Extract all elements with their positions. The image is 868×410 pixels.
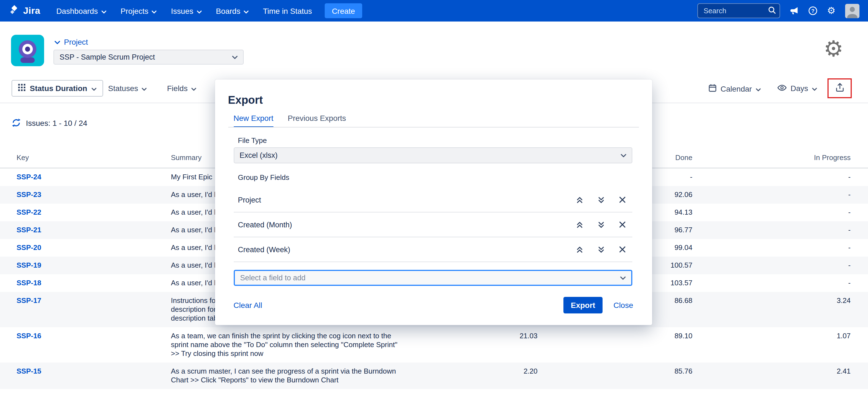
group-field-label: Created (Month) [238,221,292,229]
help-icon[interactable]: ? [808,6,818,16]
move-down-double-chevron-icon[interactable] [597,246,604,253]
issue-key-link[interactable]: SSP-24 [17,173,41,181]
in-progress-value: - [692,261,850,270]
statuses-menu[interactable]: Statuses [108,84,147,93]
report-settings-gear-icon[interactable]: ⚙ [824,37,843,60]
close-link[interactable]: Close [613,301,633,310]
in-progress-value: - [692,226,850,235]
issue-key-link[interactable]: SSP-23 [17,191,41,199]
export-submit-button[interactable]: Export [564,297,602,314]
status-duration-label: Status Duration [30,84,87,93]
nav-boards[interactable]: Boards [209,0,256,22]
remove-field-x-icon[interactable] [619,197,625,203]
issue-key-link[interactable]: SSP-21 [17,226,41,234]
in-progress-value: 2.41 [692,367,850,376]
issue-key-link[interactable]: SSP-19 [17,261,41,269]
days-menu[interactable]: Days [777,84,817,93]
calendar-menu[interactable]: Calendar [708,84,761,94]
nav-time-in-status[interactable]: Time in Status [256,0,319,22]
add-field-select[interactable]: Select a field to add [234,270,632,286]
jira-logo-text: Jira [23,5,40,16]
in-progress-value: - [692,243,850,252]
file-type-value: Excel (xlsx) [240,151,278,159]
issue-key-link[interactable]: SSP-17 [17,296,41,304]
feedback-megaphone-icon[interactable] [790,7,799,15]
move-down-double-chevron-icon[interactable] [597,196,604,203]
project-select[interactable]: SSP - Sample Scrum Project [54,50,244,64]
days-label: Days [790,84,808,93]
issue-key-link[interactable]: SSP-16 [17,332,41,340]
chevron-down-icon [192,84,196,93]
table-row[interactable]: SSP-16 As a team, we can finish the spri… [0,327,868,362]
issue-summary: As a scrum master, I can see the progres… [171,367,402,385]
nav-projects[interactable]: Projects [113,0,164,22]
issue-key-link[interactable]: SSP-22 [17,208,41,216]
in-progress-value: 1.07 [692,332,850,341]
grid-icon [18,84,25,93]
status-duration-menu[interactable]: Status Duration [11,80,103,96]
group-by-row: Project [234,187,632,212]
col-key[interactable]: Key [17,153,171,162]
move-down-double-chevron-icon[interactable] [597,221,604,228]
export-button[interactable] [828,78,852,98]
dialog-title: Export [228,94,263,107]
dialog-footer: Clear All Export Close [234,297,633,314]
fields-label: Fields [167,84,188,93]
chevron-down-icon [92,84,96,93]
tabs-divider [228,127,639,127]
clear-all-link[interactable]: Clear All [234,301,262,310]
group-field-label: Project [238,196,261,204]
nav-issues[interactable]: Issues [164,0,209,22]
top-navbar: Jira Dashboards Projects Issues Boards T… [0,0,868,22]
in-progress-value: - [692,191,850,199]
refresh-icon[interactable] [11,118,21,127]
table-row[interactable]: SSP-15 As a scrum master, I can see the … [0,362,868,389]
jira-logo[interactable]: Jira [9,4,40,18]
remove-field-x-icon[interactable] [619,246,625,253]
project-section-label: Project [64,37,88,46]
chevron-down-icon [101,6,106,15]
export-upload-icon [835,83,844,94]
nav-dashboards[interactable]: Dashboards [49,0,113,22]
chevron-down-icon [620,274,625,282]
remove-field-x-icon[interactable] [619,221,625,228]
search-input[interactable] [698,3,780,18]
col-in-progress[interactable]: In Progress [692,153,850,162]
calendar-label: Calendar [720,84,752,93]
eye-icon [777,84,787,93]
issue-key-link[interactable]: SSP-15 [17,367,41,375]
dialog-tabs: New Export Previous Exports [234,114,346,127]
settings-gear-icon[interactable]: ⚙ [827,6,836,16]
nav-menus: Dashboards Projects Issues Boards Time i… [49,0,319,22]
project-section-toggle[interactable]: Project [55,37,88,46]
issues-count-bar: Issues: 1 - 10 / 24 [11,118,87,127]
group-by-list: Project Created [234,187,632,262]
file-type-label: File Type [238,136,267,145]
export-dialog: Export New Export Previous Exports File … [215,80,652,325]
project-avatar[interactable] [11,35,44,68]
move-up-double-chevron-icon[interactable] [576,221,583,228]
tab-new-export[interactable]: New Export [234,114,273,127]
in-progress-value: - [692,173,850,181]
file-type-select[interactable]: Excel (xlsx) [234,147,632,163]
move-up-double-chevron-icon[interactable] [576,196,583,203]
create-button[interactable]: Create [325,3,362,18]
chevron-down-icon [620,151,626,159]
fields-menu[interactable]: Fields [167,84,196,93]
chevron-down-icon [196,6,202,15]
issues-count-text: Issues: 1 - 10 / 24 [26,118,87,127]
todo-value: 2.20 [402,367,537,376]
tab-previous-exports[interactable]: Previous Exports [288,114,346,127]
move-up-double-chevron-icon[interactable] [576,246,583,253]
chevron-down-icon [152,6,157,15]
chevron-down-icon [756,84,761,93]
in-progress-value: - [692,279,850,288]
issue-key-link[interactable]: SSP-20 [17,243,41,252]
user-avatar[interactable] [845,4,859,18]
search-icon[interactable] [768,6,776,17]
calendar-icon [708,84,717,94]
in-progress-value: - [692,208,850,217]
group-by-row: Created (Week) [234,237,632,262]
chevron-down-icon [142,84,147,93]
issue-key-link[interactable]: SSP-18 [17,279,41,287]
